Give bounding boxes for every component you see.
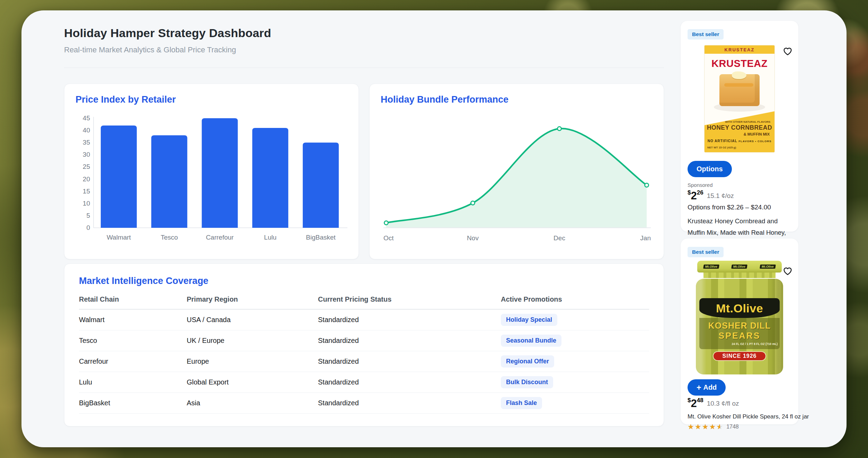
product-price: $248: [688, 397, 703, 410]
line-chart-title: Holiday Bundle Performance: [381, 94, 653, 105]
table-title: Market Intelligence Coverage: [79, 276, 649, 286]
jar-neck: [703, 273, 776, 278]
table-row: TescoUK / EuropeStandardizedSeasonal Bun…: [79, 330, 649, 351]
svg-text:Carrefour: Carrefour: [206, 234, 234, 241]
svg-text:Tesco: Tesco: [161, 234, 178, 241]
svg-text:Dec: Dec: [553, 234, 565, 242]
unit-price: 15.1 ¢/oz: [707, 192, 734, 200]
svg-text:Nov: Nov: [467, 234, 479, 242]
box-bottom-panel: WITH OTHER NATURAL FLAVORS HONEY CORNBRE…: [705, 111, 774, 152]
promotion-badge: Bulk Discount: [501, 376, 553, 388]
cell-retail-chain: Lulu: [79, 378, 187, 386]
cell-pricing-status: Standardized: [318, 378, 501, 386]
add-button[interactable]: +Add: [688, 379, 726, 396]
no-artificial-label: NO ARTIFICIAL FLAVORS • COLORS: [705, 139, 774, 143]
svg-text:Jan: Jan: [640, 234, 651, 242]
cell-pricing-status: Standardized: [318, 357, 501, 365]
jar-size-note: 24 FL OZ / 1 PT 8 FL OZ (710 mL): [701, 342, 778, 346]
svg-text:Lulu: Lulu: [264, 234, 276, 241]
svg-text:Walmart: Walmart: [107, 234, 131, 241]
promotion-badge: Holiday Special: [501, 314, 557, 326]
svg-text:Oct: Oct: [383, 234, 394, 242]
cell-retail-chain: BigBasket: [79, 399, 187, 407]
dashboard-main: Holiday Hamper Strategy Dashboard Real-t…: [64, 26, 664, 426]
jar-body-pickles: Mt.Olive KOSHER DILL SPEARS 24 FL OZ / 1…: [696, 279, 783, 374]
cell-active-promotion: Holiday Special: [501, 314, 649, 326]
cell-retail-chain: Carrefour: [79, 357, 187, 365]
best-seller-badge: Best seller: [688, 29, 724, 40]
cell-primary-region: Europe: [187, 357, 318, 365]
page-title: Holiday Hamper Strategy Dashboard: [64, 26, 664, 40]
price-row: $226 15.1 ¢/oz: [688, 189, 791, 202]
dashboard-header: Holiday Hamper Strategy Dashboard Real-t…: [64, 26, 664, 68]
unit-price: 10.3 ¢/fl oz: [707, 400, 739, 407]
cornbread-photo: [717, 74, 762, 110]
svg-text:30: 30: [83, 151, 90, 158]
favorite-heart-icon[interactable]: [782, 46, 793, 58]
product-price: $226: [688, 189, 703, 202]
charts-row: Price Index by Retailer 0510152025303540…: [64, 84, 664, 259]
cell-active-promotion: Seasonal Bundle: [501, 335, 649, 347]
svg-text:25: 25: [83, 163, 90, 170]
product-card-mt-olive: Best seller Mt.OliveMt.OliveMt.Olive Mt.…: [681, 239, 798, 424]
market-coverage-table: Retail Chain Primary Region Current Pric…: [79, 295, 649, 414]
table-body: WalmartUSA / CanadaStandardizedHoliday S…: [79, 310, 649, 414]
product-card-krusteaz: Best seller KRUSTEAZ KRUSTEAZ WITH OTHER…: [681, 21, 798, 232]
price-index-bar-chart: 051015202530354045WalmartTescoCarrefourL…: [76, 113, 347, 246]
svg-text:45: 45: [83, 114, 90, 122]
festive-background: Holiday Hamper Strategy Dashboard Real-t…: [0, 0, 868, 458]
star-rating-icon: ★★★★★ ★★★★★: [688, 423, 724, 430]
svg-text:35: 35: [83, 139, 90, 146]
promotion-badge: Regional Offer: [501, 355, 554, 368]
cell-pricing-status: Standardized: [318, 399, 501, 407]
honey-cornbread-label: HONEY CORNBREAD: [705, 124, 774, 131]
cell-active-promotion: Regional Offer: [501, 355, 649, 368]
flavors-note: WITH OTHER NATURAL FLAVORS: [705, 120, 774, 123]
svg-text:BigBasket: BigBasket: [306, 234, 336, 241]
table-row: LuluGlobal ExportStandardizedBulk Discou…: [79, 372, 649, 393]
net-weight-label: NET WT 15 OZ (425 g): [707, 146, 736, 149]
cell-primary-region: Asia: [187, 399, 318, 407]
sponsored-label: Sponsored: [688, 182, 791, 188]
product-image-mt-olive-jar[interactable]: Mt.OliveMt.OliveMt.Olive Mt.Olive KOSHER…: [696, 261, 783, 375]
best-seller-badge: Best seller: [688, 247, 724, 257]
cell-primary-region: Global Export: [187, 378, 318, 386]
mt-olive-logo: Mt.Olive: [716, 302, 763, 315]
krusteaz-logo: KRUSTEAZ: [705, 58, 774, 69]
svg-text:40: 40: [83, 127, 90, 134]
rating-count: 1748: [726, 424, 739, 430]
options-button[interactable]: Options: [688, 161, 732, 177]
dashboard-panel: Holiday Hamper Strategy Dashboard Real-t…: [21, 10, 847, 447]
spears-label: SPEARS: [701, 331, 778, 341]
svg-text:5: 5: [86, 212, 90, 219]
since-1926-banner: SINCE 1926: [713, 351, 766, 361]
cell-primary-region: USA / Canada: [187, 316, 318, 324]
promotion-badge: Flash Sale: [501, 397, 542, 409]
favorite-heart-icon[interactable]: [782, 266, 793, 277]
cell-primary-region: UK / Europe: [187, 337, 318, 345]
options-price-range: Options from $2.26 – $24.00: [688, 204, 791, 211]
rating-row: ★★★★★ ★★★★★ 1748: [688, 423, 791, 430]
svg-text:0: 0: [86, 224, 90, 231]
product-title-link[interactable]: Mt. Olive Kosher Dill Pickle Spears, 24 …: [688, 413, 791, 420]
svg-text:10: 10: [83, 200, 90, 207]
jar-lid: Mt.OliveMt.OliveMt.Olive: [697, 261, 782, 273]
price-row: $248 10.3 ¢/fl oz: [688, 397, 791, 410]
box-top-strip: KRUSTEAZ: [705, 45, 774, 54]
product-image-krusteaz[interactable]: KRUSTEAZ KRUSTEAZ WITH OTHER NATURAL FLA…: [704, 45, 775, 153]
price-index-chart-card: Price Index by Retailer 0510152025303540…: [64, 84, 359, 259]
page-subtitle: Real-time Market Analytics & Global Pric…: [64, 45, 664, 54]
column-header-pricing-status: Current Pricing Status: [318, 295, 501, 303]
cell-pricing-status: Standardized: [318, 337, 501, 345]
bundle-performance-area-chart: OctNovDecJan: [381, 113, 653, 246]
column-header-retail-chain: Retail Chain: [79, 295, 187, 303]
svg-text:15: 15: [83, 188, 90, 195]
cell-active-promotion: Bulk Discount: [501, 376, 649, 388]
cell-active-promotion: Flash Sale: [501, 397, 649, 409]
table-header-row: Retail Chain Primary Region Current Pric…: [79, 295, 649, 310]
kosher-dill-label: KOSHER DILL: [701, 321, 778, 331]
jar-label: Mt.Olive KOSHER DILL SPEARS 24 FL OZ / 1…: [699, 298, 780, 361]
cell-pricing-status: Standardized: [318, 316, 501, 324]
table-row: BigBasketAsiaStandardizedFlash Sale: [79, 393, 649, 414]
svg-text:20: 20: [83, 175, 90, 183]
